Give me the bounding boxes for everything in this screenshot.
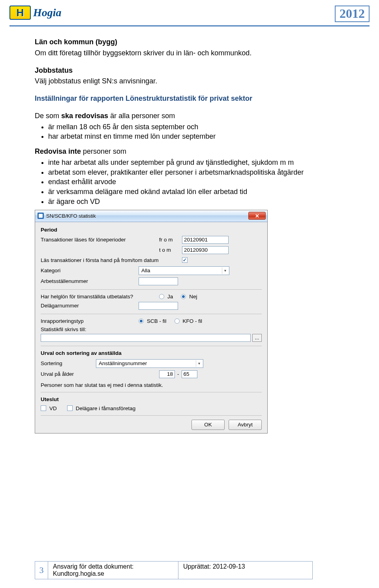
radio-icon — [159, 294, 164, 299]
radio-label: Nej — [189, 294, 197, 300]
from-date-input[interactable] — [182, 236, 229, 244]
dash-icon: - — [175, 371, 182, 377]
label-delagarnummer: Delägarnummer — [41, 303, 139, 309]
ska-redovisas: ska redovisas — [61, 112, 108, 120]
list-redovisa-inte: inte har arbetat alls under september på… — [35, 158, 344, 207]
heading-jobbstatus: Jobbstatus — [35, 66, 344, 75]
divider — [41, 314, 262, 314]
browse-button[interactable]: ... — [252, 334, 262, 342]
sortering-select[interactable]: Anställningsnummer ▾ — [96, 359, 203, 368]
kategori-select[interactable]: Alla ▾ — [139, 266, 229, 275]
to-date-input[interactable] — [182, 246, 229, 254]
page-number: 3 — [35, 561, 48, 579]
radio-ja[interactable]: Ja — [159, 294, 173, 300]
footer-date-value: 2012-09-13 — [213, 563, 245, 570]
logo-mark-icon: H — [9, 6, 31, 20]
list-redovisas: är mellan 18 och 65 år den sista septemb… — [35, 122, 344, 142]
dialog-button-row: OK Avbryt — [41, 420, 262, 430]
heading-installningar: Inställningar för rapporten Lönestruktur… — [35, 94, 344, 104]
radio-icon — [139, 318, 144, 324]
year-badge: 2012 — [335, 6, 370, 22]
checkbox-icon — [41, 405, 46, 411]
delagarnummer-input[interactable] — [139, 302, 178, 310]
list-item: är ägare och VD — [48, 197, 344, 207]
divider — [41, 289, 262, 290]
label-kategori: Kategori — [41, 268, 139, 273]
button-label: Avbryt — [238, 422, 253, 428]
uteslut-vd-checkbox[interactable]: VD — [41, 405, 57, 411]
label-from: fr o m — [159, 237, 182, 243]
list-item: arbetat som elever, praktikanter eller p… — [48, 168, 344, 177]
page-header: H Hogia 2012 — [0, 0, 379, 24]
intro-redovisa-inte: Redovisa inte personer som — [35, 147, 344, 156]
list-item: är mellan 18 och 65 år den sista septemb… — [48, 122, 344, 132]
para-lan-kommun: Om ditt företag tillhör byggsektorn skri… — [35, 49, 344, 58]
radio-icon — [174, 318, 180, 324]
group-uteslut: Uteslut — [41, 396, 262, 402]
check-icon: ✓ — [183, 258, 187, 262]
list-item: inte har arbetat alls under september på… — [48, 158, 344, 168]
footer-date-label: Upprättat: — [183, 563, 213, 570]
note-slutat: Personer som har slutat tas ej med i den… — [41, 382, 262, 388]
brand-logo: H Hogia — [9, 6, 62, 20]
label-helglon: Har helglön för timanställda utbetalats? — [41, 294, 159, 300]
close-icon: ✕ — [255, 213, 259, 219]
group-urval: Urval och sortering av anställda — [41, 350, 262, 356]
radio-nej[interactable]: Nej — [181, 294, 197, 300]
dialog-titlebar: SN/SCB/KFO statistik ✕ — [35, 210, 267, 222]
radio-kfo[interactable]: KFO - fil — [174, 318, 203, 324]
checkbox-label: Delägare i fåmansföretag — [76, 405, 136, 411]
radio-label: SCB - fil — [147, 318, 167, 324]
intro-redovisas: De som ska redovisas är alla personer so… — [35, 111, 344, 121]
radio-scb[interactable]: SCB - fil — [139, 318, 167, 324]
de-som: De som — [35, 112, 61, 120]
checkbox-label: VD — [49, 405, 57, 411]
label-trans-read: Transaktioner läses för löneperioder — [41, 237, 159, 243]
brand-name: Hogia — [33, 7, 62, 18]
list-item: har arbetat minst en timme med lön under… — [48, 132, 344, 141]
ellipsis-icon: ... — [255, 335, 259, 341]
label-read-first: Läs transaktioner i första hand på from/… — [41, 257, 182, 263]
radio-label: KFO - fil — [183, 318, 203, 324]
button-label: OK — [204, 422, 212, 428]
label-inrapporteringstyp: Inrapporteringstyp — [41, 318, 139, 324]
alder-to-input[interactable] — [182, 370, 197, 378]
footer-resp-value: Kundtorg.hogia.se — [53, 570, 104, 577]
para-jobbstatus: Välj jobbstatus enligt SN:s anvisningar. — [35, 77, 344, 86]
list-item: endast erhållit arvode — [48, 177, 344, 187]
statistics-dialog: SN/SCB/KFO statistik ✕ Period Transaktio… — [35, 210, 268, 433]
sortering-value: Anställningsnummer — [99, 360, 147, 366]
page-footer: 3 Ansvarig för detta dokument: Kundtorg.… — [35, 561, 313, 579]
group-period: Period — [41, 227, 262, 233]
radio-label: Ja — [167, 294, 173, 300]
statistikfil-path-input[interactable] — [41, 334, 251, 342]
divider — [41, 415, 262, 416]
alder-from-input[interactable] — [159, 370, 175, 378]
redovisa-inte: Redovisa inte — [35, 147, 81, 155]
helglon-radio-group: Ja Nej — [159, 294, 197, 300]
filtyp-radio-group: SCB - fil KFO - fil — [139, 318, 202, 324]
arbetsstalle-input[interactable] — [139, 277, 178, 285]
uteslut-delagare-checkbox[interactable]: Delägare i fåmansföretag — [67, 405, 136, 411]
heading-lan-kommun: Län och kommun (bygg) — [35, 38, 344, 47]
list-item: är verksamma delägare med okänd avtalad … — [48, 187, 344, 197]
read-first-checkbox[interactable]: ✓ — [182, 257, 188, 263]
divider — [41, 392, 262, 392]
year-text: 2012 — [340, 6, 365, 21]
logo-h-letter: H — [17, 8, 24, 18]
document-body: Län och kommun (bygg) Om ditt företag ti… — [0, 26, 379, 207]
divider — [41, 346, 262, 346]
footer-resp-label: Ansvarig för detta dokument: — [53, 563, 134, 570]
label-sortering: Sortering — [41, 360, 96, 366]
label-statistikfil: Statistikfil skrivs till: — [41, 326, 262, 332]
radio-icon — [181, 294, 186, 299]
redovisa-inte-tail: personer som — [81, 147, 126, 155]
label-arbetsstalle: Arbetsställenummer — [41, 278, 139, 284]
ok-button[interactable]: OK — [191, 420, 225, 430]
footer-responsible: Ansvarig för detta dokument: Kundtorg.ho… — [48, 561, 178, 579]
app-icon — [38, 213, 44, 219]
chevron-down-icon: ▾ — [196, 360, 202, 367]
cancel-button[interactable]: Avbryt — [229, 420, 262, 430]
close-button[interactable]: ✕ — [248, 212, 266, 220]
label-urval-alder: Urval på ålder — [41, 371, 159, 377]
